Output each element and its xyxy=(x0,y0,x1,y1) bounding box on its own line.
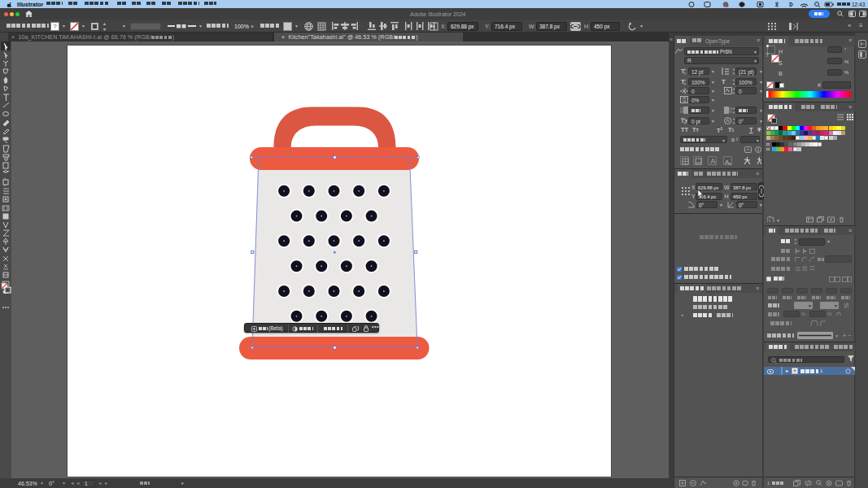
svg-text:a: a xyxy=(729,160,731,165)
svg-text:a: a xyxy=(731,137,735,142)
